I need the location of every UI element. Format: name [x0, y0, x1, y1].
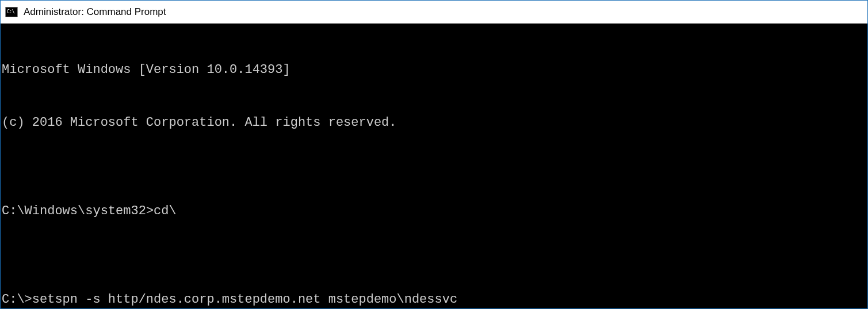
- icon-glyph: C:\: [7, 10, 14, 14]
- output-line: C:\Windows\system32>cd\: [2, 203, 866, 221]
- titlebar[interactable]: C:\ Administrator: Command Prompt: [1, 1, 867, 24]
- command-prompt-icon: C:\: [5, 7, 18, 17]
- output-line: C:\>setspn -s http/ndes.corp.mstepdemo.n…: [2, 291, 866, 308]
- window-title: Administrator: Command Prompt: [24, 6, 166, 18]
- terminal-output[interactable]: Microsoft Windows [Version 10.0.14393] (…: [1, 24, 867, 308]
- output-line: (c) 2016 Microsoft Corporation. All righ…: [2, 114, 866, 132]
- output-line: Microsoft Windows [Version 10.0.14393]: [2, 61, 866, 79]
- command-prompt-window: C:\ Administrator: Command Prompt Micros…: [0, 0, 868, 309]
